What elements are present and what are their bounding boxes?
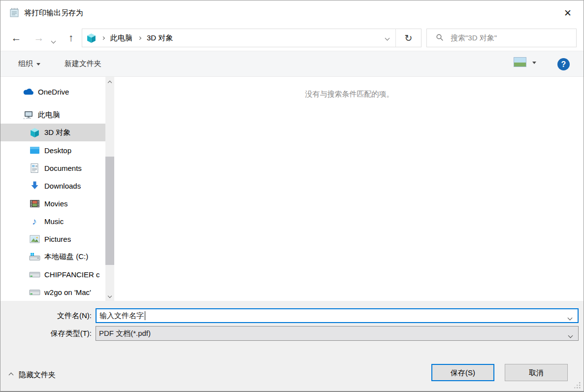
local-disk-icon — [29, 251, 40, 262]
view-thumbnail-icon — [514, 57, 526, 67]
chevron-up-icon — [108, 80, 112, 84]
chevron-down-icon — [108, 294, 112, 297]
new-folder-label: 新建文件夹 — [65, 59, 101, 68]
change-view-button[interactable] — [514, 57, 536, 67]
chevron-right-icon — [101, 36, 105, 39]
cancel-button[interactable]: 取消 — [505, 364, 568, 381]
sidebar-item-label: 3D 对象 — [44, 128, 70, 137]
sidebar-item-label: Pictures — [44, 235, 71, 243]
3d-objects-icon — [29, 127, 40, 138]
sidebar-item-movies[interactable]: Movies — [0, 195, 105, 212]
filetype-value: PDF 文档(*.pdf) — [99, 329, 151, 338]
filename-input[interactable]: 输入文件名字 — [96, 308, 579, 323]
sidebar-item-3d-objects[interactable]: 3D 对象 — [0, 124, 105, 141]
lower-panel: 文件名(N): 输入文件名字 保存类型(T): PDF 文档(*.pdf) 隐藏… — [0, 301, 584, 392]
new-folder-button[interactable]: 新建文件夹 — [65, 51, 101, 76]
chevron-down-icon[interactable] — [568, 313, 572, 321]
sidebar-item-label: Downloads — [44, 182, 81, 190]
sidebar-item-onedrive[interactable]: OneDrive — [0, 83, 105, 100]
sidebar-item-pictures[interactable]: Pictures — [0, 230, 105, 248]
breadcrumb: 此电脑3D 对象 — [82, 29, 379, 47]
sidebar-item-chipfancier[interactable]: CHIPFANCIER c — [0, 265, 105, 283]
breadcrumb-item-3d-objects[interactable]: 3D 对象 — [146, 29, 174, 47]
movies-icon — [29, 198, 40, 209]
filename-label: 文件名(N): — [0, 308, 92, 323]
text-caret — [145, 311, 145, 320]
dropdown-arrow-icon — [36, 63, 40, 65]
scroll-down-button[interactable] — [105, 293, 114, 301]
sidebar-item-music[interactable]: ♪Music — [0, 212, 105, 230]
desktop-icon — [29, 145, 40, 156]
back-button[interactable]: ← — [9, 30, 24, 46]
breadcrumb-item-this-pc[interactable]: 此电脑 — [109, 29, 133, 47]
sidebar-item-label: OneDrive — [38, 88, 69, 96]
help-icon[interactable]: ? — [557, 58, 570, 70]
music-icon: ♪ — [29, 216, 40, 227]
organize-button[interactable]: 组织 — [18, 51, 40, 76]
search-input[interactable]: 搜索"3D 对象" — [426, 29, 577, 47]
window-title: 将打印输出另存为 — [24, 0, 83, 25]
sidebar-item-label: CHIPFANCIER c — [44, 270, 100, 279]
sidebar-item-downloads[interactable]: Downloads — [0, 177, 105, 195]
this-pc-icon — [22, 109, 34, 120]
sidebar-item-label: w2go on 'Mac' — [44, 288, 91, 296]
titlebar: 将打印输出另存为 ✕ — [0, 0, 584, 25]
chevron-down-icon — [385, 35, 389, 40]
chevron-down-icon — [569, 330, 572, 339]
command-toolbar: 组织 新建文件夹 ? — [0, 51, 584, 77]
refresh-button[interactable]: ↻ — [395, 29, 421, 47]
sidebar-item-documents[interactable]: Documents — [0, 159, 105, 177]
address-bar[interactable]: 此电脑3D 对象 ↻ — [82, 29, 422, 47]
navigation-bar: ← → ↑ 此电脑3D 对象 ↻ 搜索"3D 对象" — [0, 25, 584, 51]
sidebar-item-label: Desktop — [44, 146, 71, 155]
chevron-right-icon — [138, 36, 141, 39]
up-button[interactable]: ↑ — [64, 30, 78, 46]
resize-grip-icon[interactable] — [573, 381, 581, 389]
filename-value: 输入文件名字 — [99, 311, 144, 321]
sidebar-item-label: 此电脑 — [38, 110, 60, 120]
search-placeholder: 搜索"3D 对象" — [451, 33, 497, 43]
chevron-up-icon — [9, 372, 14, 377]
notepad-icon — [8, 7, 20, 19]
sidebar-item-label: Documents — [44, 164, 82, 172]
hide-folders-label: 隐藏文件夹 — [19, 370, 56, 380]
pictures-icon — [29, 233, 40, 244]
sidebar-item-label: Music — [44, 217, 64, 226]
address-dropdown-button[interactable] — [379, 29, 395, 47]
organize-label: 组织 — [18, 59, 33, 68]
drive-icon — [29, 269, 40, 280]
forward-button: → — [32, 30, 46, 46]
save-button[interactable]: 保存(S) — [431, 364, 494, 381]
filetype-select[interactable]: PDF 文档(*.pdf) — [96, 326, 579, 341]
sidebar-item-desktop[interactable]: Desktop — [0, 141, 105, 159]
scrollbar-thumb[interactable] — [105, 157, 114, 265]
recent-locations-dropdown[interactable] — [52, 36, 55, 44]
sidebar-item-w2go[interactable]: w2go on 'Mac' — [0, 283, 105, 301]
chevron-down-icon — [51, 39, 56, 44]
sidebar-item-local-disk-c[interactable]: 本地磁盘 (C:) — [0, 248, 105, 265]
hide-folders-button[interactable]: 隐藏文件夹 — [9, 369, 56, 381]
onedrive-icon — [22, 86, 34, 97]
dialog-body: OneDrive此电脑3D 对象DesktopDocumentsDownload… — [0, 77, 584, 301]
dropdown-arrow-icon — [532, 62, 536, 64]
downloads-icon — [29, 180, 40, 191]
sidebar-scrollbar[interactable] — [105, 77, 114, 301]
documents-icon — [29, 163, 40, 173]
sidebar-list: OneDrive此电脑3D 对象DesktopDocumentsDownload… — [0, 77, 105, 301]
drive-icon — [29, 287, 40, 297]
search-icon — [436, 33, 444, 43]
scroll-up-button[interactable] — [105, 77, 114, 85]
save-as-dialog: 将打印输出另存为 ✕ ← → ↑ 此电脑3D 对象 ↻ 搜索"3D 对象" 组织 — [0, 0, 584, 392]
3d-objects-icon — [86, 33, 97, 43]
sidebar-item-label: Movies — [44, 199, 68, 208]
filetype-label: 保存类型(T): — [0, 326, 92, 341]
sidebar-item-this-pc[interactable]: 此电脑 — [0, 106, 105, 124]
sidebar-item-label: 本地磁盘 (C:) — [44, 252, 88, 261]
empty-results-message: 没有与搜索条件匹配的项。 — [115, 77, 584, 99]
close-icon[interactable]: ✕ — [558, 4, 578, 22]
file-list-area: 没有与搜索条件匹配的项。 — [115, 77, 584, 301]
